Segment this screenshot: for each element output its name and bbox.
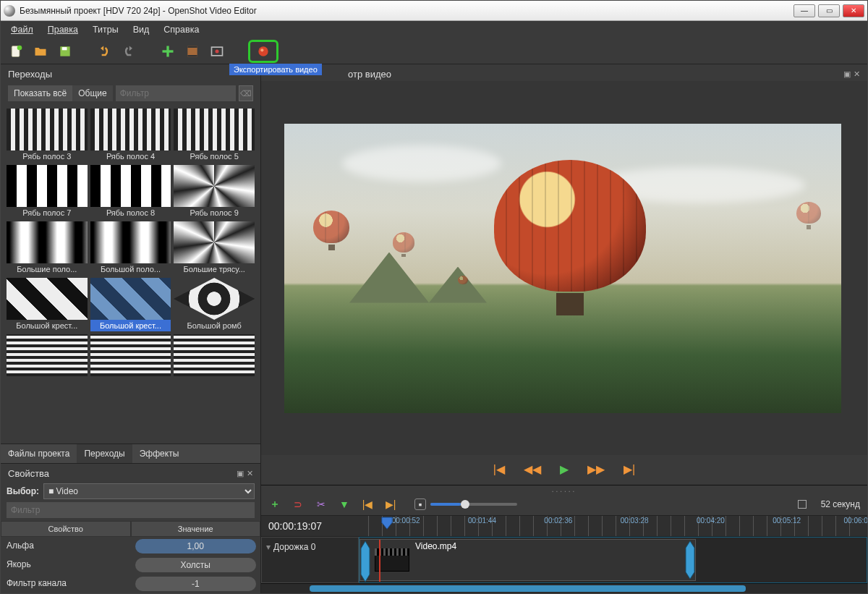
- toolbar: Экспортировать видео: [1, 38, 867, 64]
- clip-name: Video.mp4: [415, 540, 456, 551]
- undo-button[interactable]: [96, 43, 112, 59]
- open-project-button[interactable]: [33, 43, 48, 59]
- save-project-button[interactable]: [57, 43, 73, 59]
- close-panel-icon[interactable]: ✕: [854, 69, 860, 79]
- rewind-button[interactable]: ◀◀: [524, 462, 541, 476]
- clip-handle-right[interactable]: [685, 540, 695, 580]
- svg-rect-7: [187, 46, 197, 48]
- menu-titles[interactable]: Титры: [85, 22, 126, 38]
- transition-item-selected[interactable]: Большой крест...: [90, 278, 171, 331]
- forward-button[interactable]: ▶▶: [587, 462, 605, 476]
- transitions-clear-filter[interactable]: ⌫: [239, 85, 253, 101]
- add-marker-button[interactable]: ▼: [338, 498, 351, 511]
- film-strip-icon[interactable]: [184, 43, 200, 59]
- choice-select[interactable]: ■ Video: [43, 483, 255, 499]
- add-track-button[interactable]: ＋: [268, 498, 281, 511]
- close-button[interactable]: ✕: [843, 4, 864, 17]
- playback-controls: |◀ ◀◀ ▶ ▶▶ ▶|: [261, 455, 867, 485]
- transitions-tab-common[interactable]: Общие: [72, 85, 112, 101]
- app-icon: [4, 5, 15, 17]
- transition-item[interactable]: Большие трясу...: [174, 221, 255, 275]
- svg-point-1: [17, 45, 22, 50]
- menu-edit[interactable]: Правка: [41, 22, 85, 38]
- titlebar: Безымянный проект [HDV 720 24p] - OpenSh…: [1, 1, 867, 21]
- minimize-button[interactable]: —: [793, 4, 815, 17]
- transition-item[interactable]: Большой поло...: [90, 221, 171, 275]
- playhead-icon[interactable]: [380, 516, 393, 529]
- prop-value[interactable]: Холсты: [135, 558, 257, 572]
- clip-handle-left[interactable]: [360, 540, 370, 580]
- transitions-tab-show-all[interactable]: Показать всё: [8, 85, 72, 101]
- timeline-track: ▾ Дорожка 0 Video.mp4: [261, 537, 867, 583]
- svg-point-10: [216, 49, 219, 53]
- close-panel-icon[interactable]: ✕: [247, 469, 253, 478]
- transition-item[interactable]: Рябь полос 8: [90, 165, 171, 218]
- jump-end-button[interactable]: ▶|: [624, 462, 635, 476]
- zoom-slider[interactable]: [430, 503, 517, 506]
- menu-help[interactable]: Справка: [156, 22, 206, 38]
- transitions-filter-input[interactable]: [116, 85, 236, 101]
- prev-marker-button[interactable]: |◀: [361, 498, 374, 511]
- menubar: Файл Правка Титры Вид Справка: [1, 21, 867, 38]
- import-files-button[interactable]: [160, 43, 176, 59]
- track-lane[interactable]: Video.mp4: [359, 537, 867, 583]
- undock-icon[interactable]: ▣: [843, 69, 851, 79]
- svg-rect-3: [62, 47, 67, 50]
- transition-item[interactable]: [7, 334, 88, 379]
- new-project-button[interactable]: [8, 43, 24, 59]
- snap-button[interactable]: ⊃: [292, 498, 305, 511]
- prop-name: Альфа: [1, 537, 131, 556]
- track-header[interactable]: ▾ Дорожка 0: [261, 537, 359, 583]
- play-button[interactable]: ▶: [560, 462, 569, 476]
- timeline-ruler[interactable]: 00:00:19:07 00:00:52 00:01:44 00:02:36 0…: [261, 515, 867, 537]
- svg-rect-5: [163, 50, 174, 52]
- undock-icon[interactable]: ▣: [237, 469, 244, 478]
- next-marker-button[interactable]: ▶|: [384, 498, 397, 511]
- transition-item[interactable]: Рябь полос 3: [7, 109, 88, 162]
- properties-panel-title: Свойства ▣✕: [1, 464, 260, 480]
- fullscreen-button[interactable]: [209, 43, 225, 59]
- timeline-toolbar: ＋ ⊃ ✂ ▼ |◀ ▶| ▪ 52 секунд: [261, 493, 867, 515]
- svg-point-11: [258, 46, 268, 56]
- transition-item[interactable]: Рябь полос 9: [174, 165, 255, 218]
- timeline-scrollbar[interactable]: [261, 583, 867, 593]
- tab-effects[interactable]: Эффекты: [132, 444, 187, 463]
- menu-view[interactable]: Вид: [126, 22, 157, 38]
- duration-icon: [798, 500, 807, 509]
- transition-item[interactable]: Рябь полос 5: [174, 109, 255, 162]
- preview-panel-title: отр видео ▣✕: [261, 64, 867, 81]
- transition-item[interactable]: Рябь полос 7: [7, 165, 88, 218]
- transition-item[interactable]: Большой ромб: [174, 278, 255, 331]
- redo-button[interactable]: [121, 43, 137, 59]
- svg-point-12: [260, 48, 263, 51]
- jump-start-button[interactable]: |◀: [493, 462, 505, 476]
- transition-item[interactable]: [90, 334, 171, 379]
- transition-item[interactable]: Большой крест...: [7, 278, 88, 331]
- chevron-down-icon: ▾: [266, 542, 271, 552]
- prop-name: Якорь: [1, 556, 131, 574]
- cut-button[interactable]: ✂: [315, 498, 328, 511]
- prop-value[interactable]: -1: [135, 577, 257, 591]
- col-property: Свойство: [1, 521, 131, 537]
- window-title: Безымянный проект [HDV 720 24p] - OpenSh…: [20, 6, 257, 16]
- center-playhead-button[interactable]: ▪: [414, 498, 426, 510]
- choice-label: Выбор:: [7, 486, 39, 496]
- prop-value[interactable]: 1,00: [135, 539, 257, 553]
- tab-transitions[interactable]: Переходы: [77, 444, 132, 463]
- properties-filter-input[interactable]: [7, 502, 255, 518]
- menu-file[interactable]: Файл: [4, 22, 41, 38]
- export-video-button[interactable]: [248, 40, 278, 63]
- tab-project-files[interactable]: Файлы проекта: [1, 444, 77, 463]
- transition-item[interactable]: Большие поло...: [7, 221, 88, 275]
- transition-item[interactable]: [174, 334, 255, 379]
- col-value: Значение: [131, 521, 261, 537]
- video-preview: [284, 124, 841, 413]
- timeline-clip[interactable]: Video.mp4: [359, 539, 696, 581]
- timeline-duration: 52 секунд: [821, 499, 860, 509]
- svg-rect-8: [187, 55, 197, 57]
- transitions-grid: Рябь полос 3 Рябь полос 4 Рябь полос 5 Р…: [1, 106, 260, 444]
- maximize-button[interactable]: ▭: [818, 4, 840, 17]
- transitions-panel-title: Переходы: [1, 64, 260, 81]
- transition-item[interactable]: Рябь полос 4: [90, 109, 171, 162]
- prop-name: Фильтр канала: [1, 574, 131, 593]
